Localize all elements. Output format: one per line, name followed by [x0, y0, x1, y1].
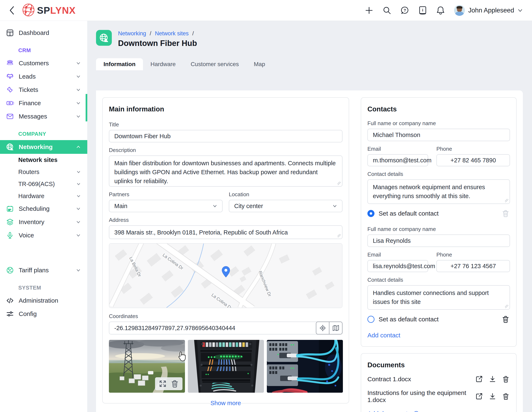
search-icon[interactable] [383, 6, 391, 15]
guide-icon[interactable]: i [418, 6, 427, 15]
sidebar-item-label: Scheduling [19, 205, 76, 212]
sidebar-item-administration[interactable]: Administration [0, 294, 87, 307]
sidebar-item-dashboard[interactable]: Dashboard [0, 26, 87, 39]
locate-button[interactable] [316, 322, 329, 334]
add-documents-link[interactable]: Add documents [367, 410, 419, 412]
chevron-up-icon [76, 144, 81, 150]
default-contact-radio[interactable] [367, 316, 374, 323]
avatar [454, 5, 465, 16]
open-map-button[interactable] [329, 322, 342, 334]
tab-customer-services[interactable]: Customer services [183, 58, 246, 70]
documents-panel: Documents Contract 1.docx [361, 353, 517, 412]
show-more-link[interactable]: Show more [109, 400, 342, 407]
delete-document-button[interactable] [502, 393, 510, 400]
site-photo-rack[interactable] [188, 340, 264, 393]
sidebar-item-tr069[interactable]: TR-069(ACS) [0, 178, 87, 190]
sidebar-item-messages[interactable]: Messages [0, 110, 87, 123]
sidebar-item-network-sites[interactable]: Network sites [0, 154, 87, 166]
sidebar-item-routers[interactable]: Routers [0, 166, 87, 178]
splynx-globe-icon [22, 4, 35, 17]
plus-icon[interactable] [365, 6, 373, 15]
contact-email-input[interactable]: lisa.reynolds@test.com [367, 260, 428, 272]
sidebar-item-hardware[interactable]: Hardware [0, 190, 87, 202]
document-row: Instructions for using the equipment 1.d… [367, 389, 510, 403]
add-contact-link[interactable]: Add contact [367, 332, 400, 339]
full-name-label: Full name or company name [367, 120, 510, 127]
delete-contact-button[interactable] [502, 209, 510, 218]
contact-name-input[interactable]: Michael Thomson [367, 129, 510, 141]
sidebar-item-label: Tariff plans [19, 267, 76, 274]
information-tab-panel: Main information Title Downtown Fiber Hu… [96, 90, 523, 412]
sidebar-item-networking[interactable]: Networking [0, 140, 87, 154]
chevron-down-icon [76, 74, 81, 79]
sidebar-item-customers[interactable]: Customers [0, 57, 87, 70]
contact-phone-input[interactable]: +27 82 465 7890 [437, 154, 510, 166]
address-label: Address [109, 217, 342, 223]
sidebar-item-tariff-plans[interactable]: Tariff plans [0, 264, 87, 277]
tab-information[interactable]: Information [96, 58, 143, 70]
full-name-label: Full name or company name [367, 226, 510, 232]
delete-document-button[interactable] [502, 375, 510, 383]
sidebar-item-inventory[interactable]: Inventory [0, 215, 87, 229]
sidebar-item-leads[interactable]: Leads [0, 70, 87, 83]
user-name: John Appleseed [468, 7, 514, 14]
title-label: Title [109, 121, 342, 128]
sidebar-item-voice[interactable]: Voice [0, 229, 87, 242]
svg-text:?: ? [404, 8, 406, 12]
partners-value: Main [114, 203, 127, 210]
chevron-down-icon [76, 87, 81, 93]
delete-contact-button[interactable] [502, 315, 510, 324]
contact-phone-input[interactable]: +27 76 123 4567 [437, 260, 510, 272]
bell-icon[interactable] [436, 6, 445, 15]
contact-card: Full name or company name Lisa Reynolds … [367, 226, 510, 324]
open-document-button[interactable] [475, 393, 483, 400]
tab-map[interactable]: Map [246, 58, 272, 70]
photo-hover-controls [155, 377, 182, 390]
site-photo-tower[interactable] [109, 340, 185, 393]
sidebar-item-label: Network sites [18, 156, 81, 163]
back-button[interactable] [9, 6, 17, 15]
site-photo-fiber[interactable] [267, 340, 343, 393]
location-map[interactable]: La Bella Dr La Colina Dr Ranchview Dr La… [109, 243, 342, 308]
delete-photo-button[interactable] [171, 380, 179, 388]
description-textarea[interactable]: Main fiber distribution for downtown bus… [109, 155, 342, 187]
contact-details-textarea[interactable]: Handles customer connections and support… [367, 285, 510, 310]
breadcrumb: Networking / Network sites / [118, 30, 197, 37]
description-label: Description [109, 147, 342, 153]
document-name: Instructions for using the equipment 1.d… [367, 389, 475, 403]
active-menu-indicator [86, 94, 87, 121]
contact-details-textarea[interactable]: Manages network equipment and ensures ev… [367, 179, 510, 204]
title-input[interactable]: Downtown Fiber Hub [109, 130, 342, 142]
contact-name-input[interactable]: Lisa Reynolds [367, 234, 510, 247]
coordinates-input[interactable]: -26.129831284977897,27.978695640340444 [109, 322, 342, 335]
logo-text-sp: SP [37, 5, 50, 16]
splynx-logo[interactable]: SPLYNX [22, 4, 76, 17]
partners-select[interactable]: Main [109, 200, 223, 212]
location-select[interactable]: City center [229, 200, 342, 212]
tab-hardware[interactable]: Hardware [143, 58, 183, 70]
sidebar-item-config[interactable]: Config [0, 307, 87, 321]
download-document-button[interactable] [489, 375, 497, 383]
default-contact-label: Set as default contact [379, 316, 502, 323]
sidebar-item-finance[interactable]: Finance [0, 96, 87, 110]
default-contact-radio[interactable] [367, 210, 374, 217]
sidebar-item-label: Messages [19, 113, 76, 120]
administration-icon [6, 297, 14, 305]
download-document-button[interactable] [489, 393, 497, 400]
sidebar-item-scheduling[interactable]: Scheduling [0, 202, 87, 215]
sidebar-item-label: Networking [19, 144, 76, 151]
breadcrumb-link-network-sites[interactable]: Network sites [155, 30, 189, 37]
help-icon[interactable]: ? [400, 6, 409, 15]
breadcrumb-link-networking[interactable]: Networking [118, 30, 146, 37]
address-textarea[interactable]: 398 Marais str., Brooklyn 0181, Pretoria… [109, 225, 342, 239]
chevron-down-icon [76, 100, 81, 106]
contact-email-input[interactable]: m.thomson@test.com [367, 154, 428, 166]
user-menu[interactable]: John Appleseed [454, 5, 523, 16]
expand-photo-button[interactable] [159, 380, 167, 388]
sidebar-item-tickets[interactable]: Tickets [0, 83, 87, 96]
open-document-button[interactable] [475, 375, 483, 383]
sidebar-item-label: Leads [19, 73, 76, 80]
phone-label: Phone [437, 251, 510, 258]
main-information-panel: Main information Title Downtown Fiber Hu… [102, 97, 349, 403]
logo-text-lynx: LYNX [50, 5, 76, 16]
